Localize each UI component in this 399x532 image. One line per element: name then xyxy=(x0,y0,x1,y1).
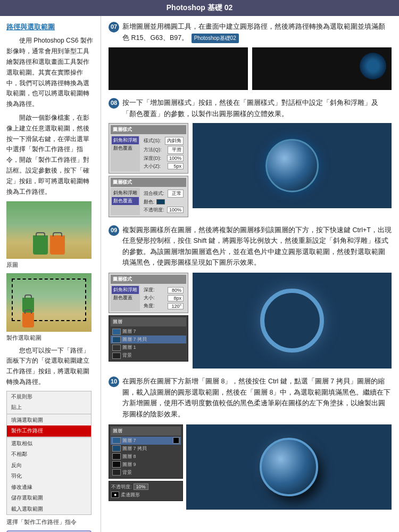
circle-3d xyxy=(265,139,319,192)
step-10-number: 10 xyxy=(109,377,119,387)
menu-item-nonadjacent: 不相鄰 xyxy=(7,449,91,460)
step-09-dialog-1: 圖層樣式 斜角和浮雕 顏色覆蓋 深度:80% 大小:8px 角度:120° xyxy=(109,273,188,313)
step-07-img-1 xyxy=(109,47,248,90)
layer-thumb-2 xyxy=(112,337,121,343)
step-10-layer-shadow: 圖層 9 xyxy=(111,461,181,469)
step-10-circle-img xyxy=(186,424,392,510)
menu-item-load: 載入選取範圍 xyxy=(7,504,91,515)
original-label: 原圖 xyxy=(6,260,95,269)
menu-item-save: 儲存選取範圍 xyxy=(7,493,91,504)
bucket-small-orange xyxy=(22,313,34,328)
step-10: 10 在圓形所在圖層下方新增「圖層 8」，然後按住 Ctrl 鍵，點選「圖層 7… xyxy=(109,376,392,510)
step-09-text: 複製圓形圖樣所在圖層，然後將複製的圖層移到該圖層的下方，按下快速鍵 Ctrl+T… xyxy=(122,225,392,269)
step-07: 07 新增圖層並用橢圓工具，在畫面中建立圓形路徑，然後將路徑轉換為選取範圍並填滿… xyxy=(109,21,392,90)
green-bucket xyxy=(33,235,48,255)
step-10-panels: 圖層 圖層 7 圖層 7 拷貝 圖層 8 xyxy=(109,424,183,501)
content-area: 07 新增圖層並用橢圓工具，在畫面中建立圓形路徑，然後將路徑轉換為選取範圍並填滿… xyxy=(101,16,399,532)
step-10-header: 10 在圓形所在圖層下方新增「圖層 8」，然後按住 Ctrl 鍵，點選「圖層 7… xyxy=(109,376,392,420)
menu-sep-1 xyxy=(7,414,91,414)
layers-panel: 圖層 圖層 7 圖層 7 拷貝 圖層 1 xyxy=(109,315,188,362)
header-title: Photoshop 基礎 02 xyxy=(167,3,232,12)
layer-thumb-4 xyxy=(112,353,121,359)
step-07-img-2 xyxy=(252,47,392,90)
main-layout: 路徑與選取範圍 使用 Photoshop CS6 製作影像時，通常會用到筆型工具… xyxy=(0,16,399,532)
step-08-dialogs: 圖層樣式 斜角和浮雕 顏色覆蓋 樣式(S): 內斜角 xyxy=(109,123,188,217)
page-header: Photoshop 基礎 02 xyxy=(0,0,399,16)
step-07-header: 07 新增圖層並用橢圓工具，在畫面中建立圓形路徑，然後將路徑轉換為選取範圍並填滿… xyxy=(109,21,392,43)
selection-image xyxy=(6,273,92,332)
layer-row-2: 圖層 7 拷貝 xyxy=(111,335,186,343)
step-08-number: 08 xyxy=(109,98,119,109)
step-09-images: 圖層樣式 斜角和浮雕 顏色覆蓋 深度:80% 大小:8px 角度:120° xyxy=(109,273,392,369)
step-07-text: 新增圖層並用橢圓工具，在畫面中建立圓形路徑，然後將路徑轉換為選取範圍並填滿顏色 … xyxy=(122,21,392,43)
original-image xyxy=(6,201,92,259)
step-09: 09 複製圓形圖樣所在圖層，然後將複製的圖層移到該圖層的下方，按下快速鍵 Ctr… xyxy=(109,225,392,369)
layer-row-4: 背景 xyxy=(111,351,186,359)
layer-thumb-1 xyxy=(112,329,121,335)
bucket-handle xyxy=(36,232,45,236)
step-07-number: 07 xyxy=(109,22,119,32)
menu-item-invert: 反向 xyxy=(7,460,91,471)
original-image-wrapper: 原圖 xyxy=(6,201,95,269)
step-09-header: 09 複製圓形圖樣所在圖層，然後將複製的圖層移到該圖層的下方，按下快速鍵 Ctr… xyxy=(109,225,392,269)
menu-item-irregular: 不規則形 xyxy=(7,391,91,403)
bucket-handle-4 xyxy=(24,309,32,314)
layer-style-dialog-1: 圖層樣式 斜角和浮雕 顏色覆蓋 樣式(S): 內斜角 xyxy=(109,123,188,174)
menu-item-feather: 羽化 xyxy=(7,471,91,482)
layer-thumb-3 xyxy=(112,345,121,351)
circle-shadow xyxy=(260,438,318,496)
layer-row-1: 圖層 7 xyxy=(111,328,186,335)
sidebar-para-3: 您也可以按一下「路徑」面板下方的「從選取範圍建立工作路徑」按鈕，將選取範圍轉換為… xyxy=(6,346,95,388)
layer-style-dialog-2: 圖層樣式 斜角和浮雕 顏色覆蓋 混合模式: 正常 xyxy=(109,176,188,217)
step-10-options: 不透明度: 10% ● 柔邊圓形 xyxy=(109,481,183,501)
step-08: 08 按一下「增加圖層樣式」按鈕，然後在「圖層樣式」對話框中設定「斜角和浮雕」及… xyxy=(109,97,392,217)
step-10-layer-8: 圖層 8 xyxy=(111,453,181,461)
bucket-handle-3 xyxy=(24,294,32,299)
step-10-layer-bg: 背景 xyxy=(111,469,181,477)
context-menu: 不規則形 貼上 填滿選取範圍 製作工作路徑 選取相似 不相鄰 反向 羽化 修改邊… xyxy=(6,391,92,515)
step-08-circle-img xyxy=(193,123,392,208)
selected-cmd-label: 選擇「製作工作路徑」指令 xyxy=(6,517,95,527)
sidebar-para-1: 使用 Photoshop CS6 製作影像時，通常會用到筆型工具繪製路徑和選取畫… xyxy=(6,36,95,110)
step-10-layer-copy: 圖層 7 拷貝 xyxy=(111,445,181,453)
bucket-handle-2 xyxy=(53,232,62,236)
menu-item-refine: 修改邊緣 xyxy=(7,482,91,493)
step-10-layer-7: 圖層 7 xyxy=(111,437,181,445)
circle-outline xyxy=(260,289,324,353)
make-path-dialog: 製作工作路徑 ✕ 容許度(T): 像素 確定 取消 xyxy=(6,530,92,533)
layer-row-3: 圖層 1 xyxy=(111,343,186,351)
step-10-text: 在圓形所在圖層下方新增「圖層 8」，然後按住 Ctrl 鍵，點選「圖層 7 拷貝… xyxy=(122,376,392,420)
menu-item-make-path[interactable]: 製作工作路徑 xyxy=(7,425,91,437)
step-09-panels: 圖層樣式 斜角和浮雕 顏色覆蓋 深度:80% 大小:8px 角度:120° xyxy=(109,273,188,369)
menu-item-fill: 填滿選取範圍 xyxy=(7,415,91,426)
layers-panel-title: 圖層 xyxy=(111,317,186,326)
selection-label: 製作選取範圍 xyxy=(6,333,95,342)
step-07-images xyxy=(109,47,392,90)
dark-glow xyxy=(360,53,386,79)
step-08-images: 圖層樣式 斜角和浮雕 顏色覆蓋 樣式(S): 內斜角 xyxy=(109,123,392,217)
step-10-images: 圖層 圖層 7 圖層 7 拷貝 圖層 8 xyxy=(109,424,392,510)
step-08-text: 按一下「增加圖層樣式」按鈕，然後在「圖層樣式」對話框中設定「斜角和浮雕」及「顏色… xyxy=(122,97,392,119)
orange-bucket xyxy=(50,235,65,255)
menu-sep-2 xyxy=(7,437,91,438)
sidebar-title: 路徑與選取範圍 xyxy=(6,21,95,32)
sidebar-para-2: 開啟一個影像檔案，在影像上建立任意選取範圍，然後按一下滑鼠右鍵，在彈出選單中選擇… xyxy=(6,113,95,197)
step-07-badge: Photoshop基礎02 xyxy=(192,34,239,44)
step-10-panel-1: 圖層 圖層 7 圖層 7 拷貝 圖層 8 xyxy=(109,424,183,479)
menu-item-paste: 貼上 xyxy=(7,402,91,413)
step-09-circle-img xyxy=(193,273,392,369)
step-09-number: 09 xyxy=(109,225,119,236)
step-08-header: 08 按一下「增加圖層樣式」按鈕，然後在「圖層樣式」對話框中設定「斜角和浮雕」及… xyxy=(109,97,392,119)
sidebar: 路徑與選取範圍 使用 Photoshop CS6 製作影像時，通常會用到筆型工具… xyxy=(0,16,101,532)
menu-item-similar: 選取相似 xyxy=(7,438,91,449)
